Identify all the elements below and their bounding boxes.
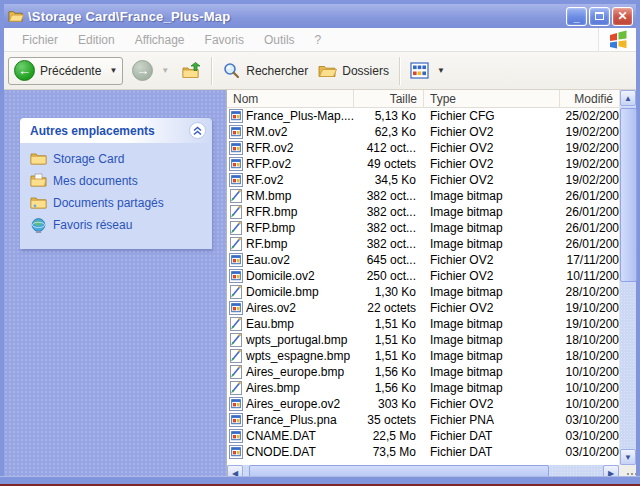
other-places-items: Storage Card Mes documents Documents par… xyxy=(20,143,212,249)
bitmap-image-icon xyxy=(229,237,243,251)
table-row[interactable]: RM.bmp 382 oct... Image bitmap 26/01/200 xyxy=(227,188,619,204)
table-row[interactable]: Eau.bmp 1,51 Ko Image bitmap 19/10/200 xyxy=(227,316,619,332)
file-size: 62,3 Ko xyxy=(354,124,424,140)
sidebar-item-documents-partagés[interactable]: Documents partagés xyxy=(30,195,208,210)
file-size: 1,51 Ko xyxy=(354,316,424,332)
folders-button[interactable]: Dossiers xyxy=(313,57,394,85)
vertical-scroll-thumb[interactable] xyxy=(620,108,637,282)
forward-dropdown-caret: ▼ xyxy=(158,66,172,75)
maximize-button[interactable] xyxy=(589,7,610,26)
table-row[interactable]: RFP.bmp 382 oct... Image bitmap 26/01/20… xyxy=(227,220,619,236)
file-date: 25/02/200 xyxy=(560,108,619,124)
column-header-modified[interactable]: Modifié xyxy=(560,90,619,108)
file-type: Image bitmap xyxy=(424,220,560,236)
bitmap-image-icon xyxy=(229,285,243,299)
file-size: 1,51 Ko xyxy=(354,332,424,348)
file-type: Image bitmap xyxy=(424,380,560,396)
other-places-header[interactable]: Autres emplacements xyxy=(20,118,212,143)
folders-icon xyxy=(318,62,337,79)
menu-item-fichier[interactable]: Fichier xyxy=(12,30,68,50)
table-row[interactable]: RFR.ov2 412 oct... Fichier OV2 19/02/200 xyxy=(227,140,619,156)
table-row[interactable]: Aires_europe.bmp 1,56 Ko Image bitmap 10… xyxy=(227,364,619,380)
file-size: 1,56 Ko xyxy=(354,364,424,380)
folders-button-label: Dossiers xyxy=(342,64,389,78)
file-type: Fichier OV2 xyxy=(424,300,560,316)
table-row[interactable]: RF.bmp 382 oct... Image bitmap 26/01/200 xyxy=(227,236,619,252)
up-button[interactable] xyxy=(177,57,206,85)
table-row[interactable]: Eau.ov2 645 oct... Fichier OV2 17/11/200 xyxy=(227,252,619,268)
file-type: Fichier OV2 xyxy=(424,156,560,172)
bitmap-image-icon xyxy=(229,349,243,363)
file-date: 19/10/200 xyxy=(560,300,619,316)
column-header-type[interactable]: Type xyxy=(424,90,560,108)
column-header-name[interactable]: Nom xyxy=(227,90,354,108)
table-row[interactable]: France_Plus.pna 35 octets Fichier PNA 03… xyxy=(227,412,619,428)
file-size: 1,51 Ko xyxy=(354,348,424,364)
file-type: Fichier OV2 xyxy=(424,252,560,268)
table-row[interactable]: RFR.bmp 382 oct... Image bitmap 26/01/20… xyxy=(227,204,619,220)
file-date: 10/10/200 xyxy=(560,396,619,412)
file-date: 28/10/200 xyxy=(560,284,619,300)
menubar: FichierEditionAffichageFavorisOutils? xyxy=(4,28,636,52)
file-name: Domicile.bmp xyxy=(246,285,319,299)
file-date: 26/01/200 xyxy=(560,204,619,220)
bitmap-image-icon xyxy=(229,221,243,235)
sidebar-item-storage-card[interactable]: Storage Card xyxy=(30,151,208,166)
views-dropdown-caret[interactable]: ▼ xyxy=(434,66,448,75)
search-button[interactable]: Rechercher xyxy=(217,57,313,85)
file-date: 10/10/200 xyxy=(560,364,619,380)
bitmap-image-icon xyxy=(229,317,243,331)
file-date: 03/10/200 xyxy=(560,428,619,444)
minimize-button[interactable]: _ xyxy=(566,7,587,26)
chevron-up-icon xyxy=(193,126,202,136)
table-row[interactable]: Domicile.ov2 250 oct... Fichier OV2 10/1… xyxy=(227,268,619,284)
table-row[interactable]: wpts_espagne.bmp 1,51 Ko Image bitmap 18… xyxy=(227,348,619,364)
file-name: RFP.ov2 xyxy=(246,157,291,171)
table-row[interactable]: Aires_europe.ov2 303 Ko Fichier OV2 10/1… xyxy=(227,396,619,412)
table-row[interactable]: wpts_portugal.bmp 1,51 Ko Image bitmap 1… xyxy=(227,332,619,348)
back-dropdown-caret[interactable]: ▼ xyxy=(106,66,120,75)
menu-item-outils[interactable]: Outils xyxy=(254,30,305,50)
menu-item-[interactable]: ? xyxy=(305,30,332,50)
menu-items: FichierEditionAffichageFavorisOutils? xyxy=(4,30,598,50)
sidebar-item-favoris-réseau[interactable]: Favoris réseau xyxy=(30,217,208,232)
file-name: wpts_portugal.bmp xyxy=(246,333,347,347)
back-button[interactable]: ← Précédente ▼ xyxy=(8,57,123,85)
scroll-up-icon[interactable]: ▲ xyxy=(620,90,636,106)
file-size: 35 octets xyxy=(354,412,424,428)
collapse-panel-button[interactable] xyxy=(189,122,206,139)
file-type: Image bitmap xyxy=(424,188,560,204)
forward-button[interactable]: → ▼ xyxy=(127,57,177,85)
table-row[interactable]: Aires.bmp 1,56 Ko Image bitmap 10/10/200 xyxy=(227,380,619,396)
table-row[interactable]: CNAME.DAT 22,5 Mo Fichier DAT 03/10/200 xyxy=(227,428,619,444)
column-header-size[interactable]: Taille xyxy=(354,90,424,108)
file-name: Aires_europe.bmp xyxy=(246,365,344,379)
explorer-window: \Storage Card\France_Plus-Map _ ✕ Fichie… xyxy=(0,0,640,486)
forward-icon: → xyxy=(132,60,153,81)
table-row[interactable]: France_Plus-Map.... 5,13 Ko Fichier CFG … xyxy=(227,108,619,124)
views-button[interactable]: ▼ xyxy=(405,57,453,85)
scroll-down-icon[interactable]: ▼ xyxy=(620,449,636,465)
table-row[interactable]: RFP.ov2 49 octets Fichier OV2 19/02/200 xyxy=(227,156,619,172)
file-name: Aires_europe.ov2 xyxy=(246,397,340,411)
sidebar-item-mes-documents[interactable]: Mes documents xyxy=(30,173,208,188)
table-row[interactable]: RF.ov2 34,5 Ko Fichier OV2 19/02/200 xyxy=(227,172,619,188)
shared-folder-icon xyxy=(30,195,47,210)
file-date: 26/01/200 xyxy=(560,220,619,236)
table-row[interactable]: RM.ov2 62,3 Ko Fichier OV2 19/02/200 xyxy=(227,124,619,140)
file-name: wpts_espagne.bmp xyxy=(246,349,350,363)
file-size: 1,56 Ko xyxy=(354,380,424,396)
titlebar: \Storage Card\France_Plus-Map _ ✕ xyxy=(4,4,636,28)
file-type: Image bitmap xyxy=(424,332,560,348)
table-row[interactable]: Aires.ov2 22 octets Fichier OV2 19/10/20… xyxy=(227,300,619,316)
file-type: Image bitmap xyxy=(424,284,560,300)
menu-item-favoris[interactable]: Favoris xyxy=(195,30,254,50)
table-row[interactable]: Domicile.bmp 1,30 Ko Image bitmap 28/10/… xyxy=(227,284,619,300)
menu-item-affichage[interactable]: Affichage xyxy=(125,30,195,50)
file-date: 26/01/200 xyxy=(560,236,619,252)
file-type: Fichier DAT xyxy=(424,428,560,444)
table-row[interactable]: CNODE.DAT 73,5 Mo Fichier DAT 03/10/200 xyxy=(227,444,619,460)
vertical-scrollbar[interactable]: ▲ ▼ xyxy=(619,90,636,465)
menu-item-edition[interactable]: Edition xyxy=(68,30,125,50)
close-button[interactable]: ✕ xyxy=(612,7,633,26)
